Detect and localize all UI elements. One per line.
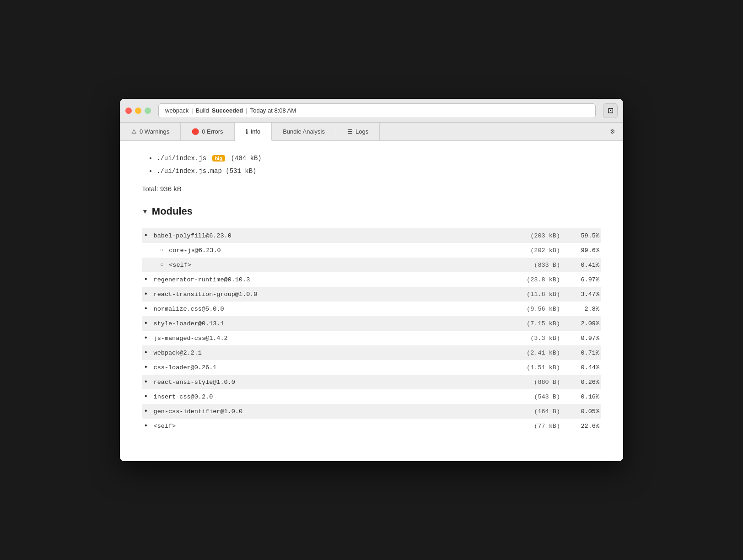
module-percent: 59.5% bbox=[567, 232, 599, 239]
module-percent: 0.16% bbox=[567, 393, 599, 400]
address-bar[interactable]: webpack | Build Succeeded | Today at 8:0… bbox=[158, 103, 596, 118]
total-line: Total: 936 kB bbox=[142, 185, 601, 193]
bullet-icon: • bbox=[144, 319, 148, 328]
modules-table: •babel-polyfill@6.23.0(203 kB)59.5%○core… bbox=[142, 228, 601, 433]
main-window: webpack | Build Succeeded | Today at 8:0… bbox=[120, 99, 623, 461]
file-name-1: ./ui/index.js bbox=[156, 155, 210, 162]
module-percent: 22.6% bbox=[567, 423, 599, 430]
total-label: Total: bbox=[142, 185, 158, 193]
bullet-icon: • bbox=[144, 407, 148, 415]
module-name: css-loader@0.26.1 bbox=[154, 364, 526, 371]
module-name: gen-css-identifier@1.0.0 bbox=[154, 408, 526, 415]
module-size: (7.15 kB) bbox=[526, 320, 567, 327]
module-percent: 2.8% bbox=[567, 306, 599, 312]
module-name: style-loader@0.13.1 bbox=[154, 320, 526, 327]
module-row: •react-transition-group@1.0.0(11.8 kB)3.… bbox=[142, 287, 601, 302]
module-size: (202 kB) bbox=[526, 247, 567, 254]
bullet-icon: • bbox=[144, 393, 148, 401]
bullet-icon: • bbox=[144, 378, 148, 386]
module-name: <self> bbox=[154, 423, 526, 430]
child-bullet-icon: ○ bbox=[160, 247, 163, 253]
minimize-button[interactable] bbox=[135, 108, 141, 114]
module-name: react-ansi-style@1.0.0 bbox=[154, 379, 526, 386]
tab-errors[interactable]: 🛑 0 Errors bbox=[181, 123, 234, 140]
window-icon: ⊡ bbox=[608, 106, 614, 115]
module-size: (1.51 kB) bbox=[526, 364, 567, 371]
warning-icon: ⚠ bbox=[131, 128, 137, 135]
module-row: •js-managed-css@1.4.2(3.3 kB)0.97% bbox=[142, 331, 601, 345]
module-row: •css-loader@0.26.1(1.51 kB)0.44% bbox=[142, 360, 601, 375]
maximize-button[interactable] bbox=[145, 108, 151, 114]
module-percent: 2.09% bbox=[567, 320, 599, 327]
bullet-icon: • bbox=[144, 334, 148, 342]
tab-errors-label: 0 Errors bbox=[202, 128, 223, 135]
content-area: ./ui/index.js big (404 kB) ./ui/index.js… bbox=[120, 141, 623, 461]
module-percent: 0.26% bbox=[567, 379, 599, 386]
module-percent: 0.05% bbox=[567, 408, 599, 415]
module-percent: 99.6% bbox=[567, 247, 599, 254]
succeeded-label: Succeeded bbox=[212, 107, 243, 114]
webpack-label: webpack bbox=[165, 107, 188, 114]
tab-bundle-label: Bundle Analysis bbox=[283, 128, 325, 135]
info-icon: ℹ bbox=[246, 128, 248, 135]
address-text: webpack | Build Succeeded | Today at 8:0… bbox=[165, 107, 296, 114]
tab-bundle[interactable]: Bundle Analysis bbox=[272, 123, 336, 140]
settings-button[interactable]: ⚙ bbox=[603, 123, 623, 140]
module-row: •<self>(77 kB)22.6% bbox=[142, 419, 601, 433]
tab-warnings-label: 0 Warnings bbox=[140, 128, 169, 135]
module-percent: 0.44% bbox=[567, 364, 599, 371]
modules-header: ▼ Modules bbox=[142, 205, 601, 217]
module-size: (3.3 kB) bbox=[526, 335, 567, 342]
module-row: ○core-js@6.23.0(202 kB)99.6% bbox=[142, 243, 601, 258]
bullet-icon: • bbox=[144, 232, 148, 240]
module-percent: 0.97% bbox=[567, 335, 599, 342]
bullet-icon: • bbox=[144, 349, 148, 357]
modules-title: Modules bbox=[152, 205, 193, 217]
tab-info[interactable]: ℹ Info bbox=[235, 123, 272, 141]
module-name: <self> bbox=[169, 262, 526, 269]
tab-warnings[interactable]: ⚠ 0 Warnings bbox=[120, 123, 181, 140]
file-list: ./ui/index.js big (404 kB) ./ui/index.js… bbox=[142, 152, 601, 178]
list-item: ./ui/index.js.map (531 kB) bbox=[156, 165, 601, 178]
module-percent: 0.71% bbox=[567, 350, 599, 356]
module-row: •gen-css-identifier@1.0.0(164 B)0.05% bbox=[142, 404, 601, 419]
bullet-icon: • bbox=[144, 422, 148, 430]
tab-logs-label: Logs bbox=[355, 128, 368, 135]
module-size: (77 kB) bbox=[526, 423, 567, 430]
traffic-lights bbox=[125, 108, 151, 114]
module-percent: 6.97% bbox=[567, 276, 599, 283]
title-bar: webpack | Build Succeeded | Today at 8:0… bbox=[120, 99, 623, 123]
logs-icon: ☰ bbox=[347, 128, 353, 135]
module-name: normalize.css@5.0.0 bbox=[154, 306, 526, 312]
build-label: Build bbox=[196, 107, 209, 114]
module-row: •normalize.css@5.0.0(9.56 kB)2.8% bbox=[142, 302, 601, 316]
module-row: ○<self>(833 B)0.41% bbox=[142, 258, 601, 272]
file-size-1: (404 kB) bbox=[231, 155, 262, 162]
total-value-text: 936 kB bbox=[160, 185, 182, 193]
module-percent: 0.41% bbox=[567, 262, 599, 269]
module-size: (203 kB) bbox=[526, 232, 567, 239]
window-action-button[interactable]: ⊡ bbox=[603, 103, 618, 118]
module-row: •react-ansi-style@1.0.0(880 B)0.26% bbox=[142, 375, 601, 389]
gear-icon: ⚙ bbox=[610, 128, 615, 135]
bullet-icon: • bbox=[144, 305, 148, 313]
bullet-icon: • bbox=[144, 290, 148, 298]
sep1: | bbox=[191, 107, 193, 114]
file-name-2: ./ui/index.js.map (531 kB) bbox=[156, 167, 256, 175]
bullet-icon: • bbox=[144, 275, 148, 284]
module-size: (164 B) bbox=[526, 408, 567, 415]
module-name: regenerator-runtime@0.10.3 bbox=[154, 276, 526, 283]
module-size: (880 B) bbox=[526, 379, 567, 386]
sep2: | bbox=[246, 107, 247, 114]
tab-bar: ⚠ 0 Warnings 🛑 0 Errors ℹ Info Bundle An… bbox=[120, 123, 623, 141]
module-percent: 3.47% bbox=[567, 291, 599, 298]
child-bullet-icon: ○ bbox=[160, 262, 163, 268]
module-size: (23.8 kB) bbox=[526, 276, 567, 283]
error-icon: 🛑 bbox=[192, 128, 199, 135]
close-button[interactable] bbox=[125, 108, 132, 114]
big-badge: big bbox=[212, 155, 226, 162]
bullet-icon: • bbox=[144, 363, 148, 372]
collapse-triangle[interactable]: ▼ bbox=[142, 208, 148, 215]
module-size: (9.56 kB) bbox=[526, 306, 567, 312]
tab-logs[interactable]: ☰ Logs bbox=[336, 123, 380, 140]
